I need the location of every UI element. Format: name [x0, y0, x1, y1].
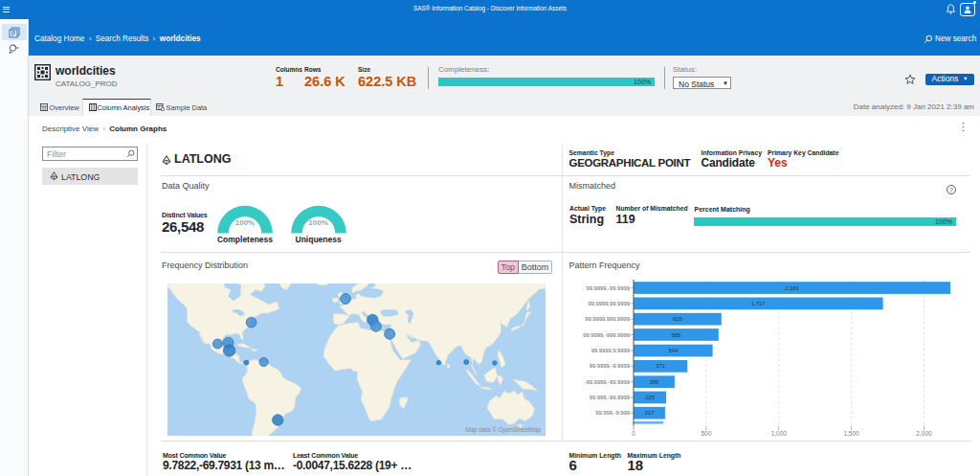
svg-text:99.9999,999.9999: 99.9999,999.9999	[585, 316, 630, 322]
svg-text:2,000: 2,000	[916, 430, 932, 437]
svg-text:283: 283	[650, 379, 659, 385]
svg-text:1,500: 1,500	[843, 430, 859, 437]
svg-text:99.9999,-9.9999: 99.9999,-9.9999	[590, 363, 630, 369]
svg-text:Map data © OpenStreetMap: Map data © OpenStreetMap	[465, 426, 541, 434]
svg-text:2,181: 2,181	[785, 285, 799, 291]
svg-text:99.999,-99.9999: 99.999,-99.9999	[590, 395, 630, 400]
svg-text:-99.9999,-99.9999: -99.9999,-99.9999	[585, 379, 630, 385]
svg-text:99.9999,9.9999: 99.9999,9.9999	[591, 348, 630, 353]
svg-text:1,000: 1,000	[771, 430, 788, 437]
svg-text:99.9999,-99.9999: 99.9999,-99.9999	[587, 285, 630, 291]
svg-text:544: 544	[668, 348, 678, 353]
svg-text:225: 225	[645, 395, 655, 400]
svg-text:500: 500	[701, 430, 711, 437]
svg-text:99.9999,-999.9999: 99.9999,-999.9999	[583, 332, 630, 338]
svg-text:585: 585	[672, 332, 681, 338]
svg-text:217: 217	[645, 410, 655, 416]
svg-text:99.999,-9.999: 99.999,-9.999	[595, 410, 630, 416]
svg-text:99.9999,99.9999: 99.9999,99.9999	[588, 301, 630, 306]
svg-text:605: 605	[673, 316, 682, 322]
svg-text:1,717: 1,717	[751, 301, 766, 306]
svg-text:371: 371	[656, 363, 665, 369]
svg-text:0: 0	[632, 430, 635, 437]
